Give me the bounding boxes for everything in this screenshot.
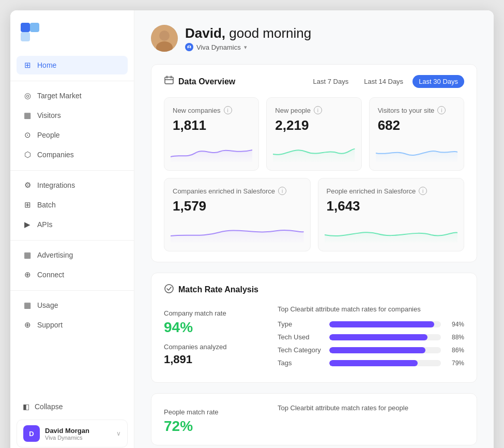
sidebar-item-label: Companies [37, 151, 74, 159]
org-selector[interactable]: Viva Dynamics ▾ [185, 43, 311, 51]
sidebar-item-batch[interactable]: ⊞ Batch [17, 196, 128, 214]
match-section-header: Match Rate Analysis [164, 283, 464, 296]
stat-label: People enriched in Salesforce i [327, 187, 456, 195]
sidebar-item-home[interactable]: ⊞ Home [17, 56, 128, 74]
sidebar-item-apis[interactable]: ▶ APIs [17, 215, 128, 234]
nav-tools: ⚙ Integrations ⊞ Batch ▶ APIs [10, 176, 134, 235]
apis-icon: ▶ [23, 220, 32, 229]
bar-row-techused: Tech Used 88% [278, 333, 464, 341]
collapse-button[interactable]: ◧ Collapse [10, 398, 134, 415]
sidebar-item-people[interactable]: ⊙ People [17, 126, 128, 144]
svg-rect-0 [21, 23, 30, 32]
company-match-value: 94% [164, 319, 267, 336]
people-match-label: People match rate [164, 408, 267, 416]
sidebar-item-label: Integrations [37, 181, 75, 189]
collapse-label: Collapse [35, 402, 63, 411]
nav-primary: ⊞ Home [10, 56, 134, 76]
chevron-down-icon: ▾ [244, 44, 247, 51]
time-filter-7days[interactable]: Last 7 Days [307, 75, 355, 88]
nav-divider-3 [10, 240, 134, 241]
sidebar-item-label: Batch [37, 201, 56, 209]
bar-label: Type [278, 320, 324, 328]
info-icon[interactable]: i [224, 106, 232, 114]
sidebar-item-label: People [37, 131, 60, 139]
stat-value: 1,579 [173, 198, 302, 214]
match-inner: Company match rate 94% Companies analyze… [164, 305, 464, 372]
stat-label: New people i [275, 106, 353, 114]
people-match-inner: People match rate 72% Top Clearbit attri… [164, 404, 464, 435]
bar-percentage: 88% [446, 334, 464, 341]
info-icon[interactable]: i [437, 106, 446, 114]
svg-rect-1 [30, 23, 39, 32]
stat-card-people-salesforce: People enriched in Salesforce i 1,643 [318, 178, 465, 251]
time-filter-14days[interactable]: Last 14 Days [358, 75, 409, 88]
bar-fill [329, 360, 418, 366]
collapse-icon: ◧ [23, 402, 29, 411]
stat-label: Visitors to your site i [378, 106, 455, 114]
stat-value: 1,643 [327, 198, 456, 214]
user-profile[interactable]: D David Morgan Viva Dynamics ∨ [17, 420, 128, 447]
nav-secondary: ◎ Target Market ▦ Visitors ⊙ People ⬡ Co… [10, 86, 134, 165]
nav-channels: ▦ Advertising ⊕ Connect [10, 246, 134, 285]
nav-divider-1 [10, 81, 134, 81]
svg-point-13 [165, 285, 173, 293]
sidebar-item-label: Visitors [37, 111, 61, 120]
bar-percentage: 94% [446, 321, 464, 328]
people-match-right: Top Clearbit attribute match rates for p… [278, 404, 464, 435]
mini-chart-companies-sf [171, 219, 304, 243]
bar-track [329, 334, 441, 340]
section-header: Data Overview Last 7 Days Last 14 Days L… [164, 75, 464, 88]
bar-label: Tech Category [278, 346, 324, 354]
sidebar-item-companies[interactable]: ⬡ Companies [17, 145, 128, 164]
sidebar-item-label: Advertising [37, 251, 73, 259]
mini-chart-visitors [376, 139, 457, 162]
sidebar-item-connect[interactable]: ⊕ Connect [17, 265, 128, 284]
target-market-icon: ◎ [23, 91, 32, 100]
home-icon: ⊞ [23, 61, 32, 70]
people-icon: ⊙ [23, 130, 32, 140]
bar-row-tags: Tags 79% [278, 359, 464, 367]
app-window: ⊞ Home ◎ Target Market ▦ Visitors ⊙ Peop… [10, 10, 494, 448]
company-match-label: Company match rate [164, 309, 267, 317]
bar-row-type: Type 94% [278, 320, 464, 328]
bar-label: Tags [278, 359, 324, 367]
stat-value: 2,219 [275, 117, 353, 133]
bar-fill [329, 347, 425, 353]
bar-label: Tech Used [278, 333, 324, 341]
sidebar-item-support[interactable]: ⊕ Support [17, 316, 128, 334]
stat-cards-row1: New companies i 1,811 [164, 97, 464, 171]
sidebar-item-usage[interactable]: ▦ Usage [17, 296, 128, 315]
people-match-value: 72% [164, 418, 267, 435]
sidebar-item-label: Support [37, 321, 63, 329]
people-match-left: People match rate 72% [164, 404, 267, 435]
svg-rect-2 [21, 32, 30, 41]
match-rate-icon [164, 283, 174, 296]
mini-chart-people-sf [325, 219, 458, 243]
time-filter-30days[interactable]: Last 30 Days [413, 75, 464, 88]
user-details: David Morgan Viva Dynamics [45, 427, 111, 441]
info-icon[interactable]: i [278, 187, 286, 195]
match-right: Top Clearbit attribute match rates for c… [278, 305, 464, 372]
sidebar-item-label: APIs [37, 220, 53, 229]
stat-cards-row2: Companies enriched in Salesforce i 1,579 [164, 178, 464, 251]
svg-point-7 [189, 46, 190, 47]
info-icon[interactable]: i [419, 187, 427, 195]
org-name: Viva Dynamics [196, 43, 241, 51]
sidebar-item-advertising[interactable]: ▦ Advertising [17, 246, 128, 264]
bar-track [329, 360, 441, 366]
main-content: David, good morning Viva Dynamics ▾ [134, 10, 494, 448]
companies-analyzed-value: 1,891 [164, 353, 267, 366]
data-overview-icon [164, 75, 174, 88]
sidebar-item-integrations[interactable]: ⚙ Integrations [17, 176, 128, 195]
data-overview-section: Data Overview Last 7 Days Last 14 Days L… [151, 64, 477, 262]
sidebar-item-visitors[interactable]: ▦ Visitors [17, 106, 128, 125]
sidebar-item-label: Target Market [37, 92, 82, 100]
companies-analyzed-label: Companies analyzed [164, 343, 267, 351]
org-icon [185, 43, 193, 51]
svg-point-8 [188, 48, 191, 49]
info-icon[interactable]: i [314, 106, 322, 114]
sidebar-item-target-market[interactable]: ◎ Target Market [17, 86, 128, 105]
stat-label: Companies enriched in Salesforce i [173, 187, 302, 195]
section-title: Data Overview [164, 75, 235, 88]
bar-track [329, 347, 441, 353]
